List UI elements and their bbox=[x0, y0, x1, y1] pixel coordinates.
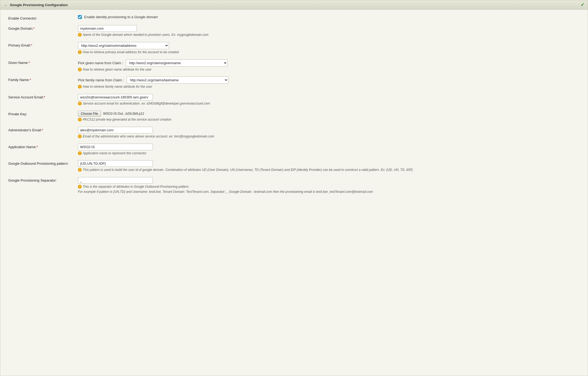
family-name-prefix-label: Pick family name from Claim : bbox=[78, 78, 124, 82]
title-bar-left: ⌄ Google Provisioning Configuration bbox=[3, 3, 68, 7]
application-name-hint: Application name to represent this conne… bbox=[83, 151, 146, 156]
admin-email-hint-icon: ? bbox=[78, 135, 82, 138]
admin-email-row: Administrator's Email:* ? Email of the a… bbox=[8, 127, 580, 139]
file-input-row: Choose File WSO2-IS-Out...b25c3b9.p12 bbox=[78, 111, 580, 117]
primary-email-hint: How to retrieve primary email address fo… bbox=[83, 50, 179, 55]
primary-email-select[interactable]: http://wso2.org/claims/emailaddress http… bbox=[78, 42, 169, 49]
admin-email-required: * bbox=[42, 128, 43, 132]
google-domain-hint-icon: ? bbox=[78, 33, 82, 37]
google-domain-input[interactable] bbox=[78, 25, 137, 32]
private-key-hint-row: ? PKCS12 private key generated at the se… bbox=[78, 117, 580, 122]
service-account-email-hint: Service account email for authentication… bbox=[83, 101, 210, 106]
primary-email-hint-icon: ? bbox=[78, 50, 82, 54]
title-bar: ⌄ Google Provisioning Configuration ✓ bbox=[0, 0, 588, 10]
google-domain-hint: Name of the Google domain which needed t… bbox=[83, 33, 209, 37]
provisioning-pattern-row: Google Outbound Provisioning pattern: ? … bbox=[8, 160, 580, 172]
application-name-hint-icon: ? bbox=[78, 151, 82, 155]
service-account-email-field: ? Service account email for authenticati… bbox=[78, 94, 580, 106]
given-name-hint-row: ? How to retrieve given name attribute f… bbox=[78, 67, 580, 72]
service-account-email-hint-row: ? Service account email for authenticati… bbox=[78, 101, 580, 106]
family-name-row: Family Name:* Pick family name from Clai… bbox=[8, 76, 580, 89]
given-name-select-row: Pick given name from Claim : http://wso2… bbox=[78, 59, 580, 67]
provisioning-pattern-hint-icon: ? bbox=[78, 168, 82, 172]
family-name-select-row: Pick family name from Claim : http://wso… bbox=[78, 76, 580, 84]
google-domain-required: * bbox=[33, 26, 35, 30]
application-name-hint-row: ? Application name to represent this con… bbox=[78, 151, 580, 156]
application-name-row: Application Name:* ? Application name to… bbox=[8, 144, 580, 156]
service-account-email-label: Service Account Email:* bbox=[8, 94, 78, 99]
admin-email-label: Administrator's Email:* bbox=[8, 127, 78, 132]
provisioning-separator-input[interactable] bbox=[78, 177, 153, 184]
given-name-required: * bbox=[29, 61, 30, 65]
google-domain-row: Google Domain:* ? Name of the Google dom… bbox=[8, 25, 580, 37]
provisioning-pattern-label: Google Outbound Provisioning pattern: bbox=[8, 160, 78, 166]
service-account-email-input[interactable] bbox=[78, 94, 153, 101]
primary-email-row: Primary Email:* http://wso2.org/claims/e… bbox=[8, 42, 580, 55]
application-name-input[interactable] bbox=[78, 144, 153, 150]
provisioning-separator-hint: This is the separator of attributes in G… bbox=[83, 185, 189, 189]
form-container: Enable Connector: Enable identity provis… bbox=[0, 10, 588, 207]
given-name-row: Given Name:* Pick given name from Claim … bbox=[8, 59, 580, 72]
admin-email-hint-row: ? Email of the administrator who owns ab… bbox=[78, 134, 580, 139]
save-checkmark-icon[interactable]: ✓ bbox=[581, 2, 585, 8]
enable-connector-checkbox-row: Enable identity provisioning to a Google… bbox=[78, 15, 580, 19]
private-key-filename: WSO2-IS-Out...b25c3b9.p12 bbox=[103, 112, 144, 116]
family-name-label: Family Name:* bbox=[8, 76, 78, 82]
family-name-hint-icon: ? bbox=[78, 85, 82, 89]
window-title: Google Provisioning Configuration bbox=[10, 3, 68, 7]
admin-email-hint: Email of the administrator who owns abov… bbox=[83, 134, 214, 139]
provisioning-pattern-field: ? This pattern is used to build the user… bbox=[78, 160, 580, 172]
provisioning-pattern-input[interactable] bbox=[78, 160, 153, 167]
provisioning-separator-hint-icon: ? bbox=[78, 185, 82, 189]
provisioning-pattern-hint-row: ? This pattern is used to build the user… bbox=[78, 168, 580, 172]
window: ⌄ Google Provisioning Configuration ✓ En… bbox=[0, 0, 588, 376]
enable-connector-label: Enable Connector: bbox=[8, 15, 78, 20]
admin-email-field: ? Email of the administrator who owns ab… bbox=[78, 127, 580, 139]
google-domain-hint-row: ? Name of the Google domain which needed… bbox=[78, 33, 580, 37]
provisioning-pattern-hint: This pattern is used to build the user i… bbox=[83, 168, 413, 172]
primary-email-label: Primary Email:* bbox=[8, 42, 78, 47]
service-account-email-hint-icon: ? bbox=[78, 102, 82, 105]
provisioning-separator-row: Google Provisioning Separator: ? This is… bbox=[8, 177, 580, 194]
family-name-hint: How to retrieve family name attribute fo… bbox=[83, 85, 152, 89]
family-name-field: Pick family name from Claim : http://wso… bbox=[78, 76, 580, 89]
given-name-label: Given Name:* bbox=[8, 59, 78, 65]
service-account-required: * bbox=[44, 95, 45, 99]
provisioning-separator-hint2: For example if pattern is {UN,TD} and Us… bbox=[78, 190, 580, 194]
collapse-arrow-icon[interactable]: ⌄ bbox=[3, 3, 8, 7]
application-name-field: ? Application name to represent this con… bbox=[78, 144, 580, 156]
google-domain-label: Google Domain:* bbox=[8, 25, 78, 30]
enable-connector-description: Enable identity provisioning to a Google… bbox=[84, 15, 158, 19]
provisioning-separator-label: Google Provisioning Separator: bbox=[8, 177, 78, 182]
private-key-row: Private Key: Choose File WSO2-IS-Out...b… bbox=[8, 111, 580, 122]
provisioning-separator-field: ? This is the separator of attributes in… bbox=[78, 177, 580, 194]
primary-email-field: http://wso2.org/claims/emailaddress http… bbox=[78, 42, 580, 55]
private-key-field: Choose File WSO2-IS-Out...b25c3b9.p12 ? … bbox=[78, 111, 580, 122]
app-name-required: * bbox=[37, 145, 38, 149]
primary-email-required: * bbox=[31, 43, 32, 47]
private-key-label: Private Key: bbox=[8, 111, 78, 116]
enable-connector-checkbox[interactable] bbox=[78, 15, 82, 19]
enable-connector-field: Enable identity provisioning to a Google… bbox=[78, 15, 580, 19]
family-name-hint-row: ? How to retrieve family name attribute … bbox=[78, 85, 580, 89]
given-name-select[interactable]: http://wso2.org/claims/givenname http://… bbox=[126, 59, 228, 67]
provisioning-separator-hint-row: ? This is the separator of attributes in… bbox=[78, 185, 580, 189]
family-name-required: * bbox=[30, 78, 31, 82]
private-key-hint: PKCS12 private key generated at the serv… bbox=[83, 117, 171, 122]
private-key-hint-icon: ? bbox=[78, 118, 82, 121]
given-name-hint-icon: ? bbox=[78, 68, 82, 71]
given-name-prefix-label: Pick given name from Claim : bbox=[78, 61, 123, 65]
choose-file-button[interactable]: Choose File bbox=[78, 111, 101, 117]
primary-email-hint-row: ? How to retrieve primary email address … bbox=[78, 50, 580, 55]
given-name-field: Pick given name from Claim : http://wso2… bbox=[78, 59, 580, 72]
google-domain-field: ? Name of the Google domain which needed… bbox=[78, 25, 580, 37]
application-name-label: Application Name:* bbox=[8, 144, 78, 149]
given-name-hint: How to retrieve given name attribute for… bbox=[83, 67, 152, 72]
service-account-email-row: Service Account Email:* ? Service accoun… bbox=[8, 94, 580, 106]
family-name-select[interactable]: http://wso2.org/claims/lastname http://w… bbox=[127, 76, 228, 84]
enable-connector-row: Enable Connector: Enable identity provis… bbox=[8, 15, 580, 20]
admin-email-input[interactable] bbox=[78, 127, 153, 133]
